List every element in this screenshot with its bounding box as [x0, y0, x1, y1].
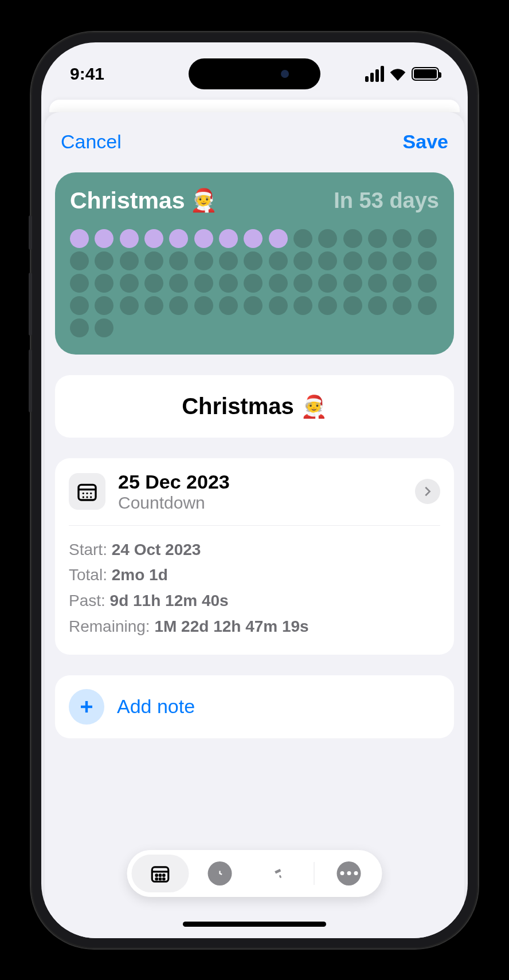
- progress-dot: [293, 251, 312, 270]
- svg-point-2: [83, 493, 84, 494]
- progress-dot: [95, 229, 113, 248]
- add-note-button[interactable]: Add note: [55, 675, 454, 738]
- svg-point-16: [159, 878, 161, 880]
- progress-dot: [144, 229, 163, 248]
- progress-dot: [269, 296, 288, 315]
- svg-point-5: [83, 496, 84, 498]
- svg-point-4: [90, 493, 92, 494]
- cellular-icon: [365, 66, 384, 82]
- progress-dot: [393, 251, 412, 270]
- progress-dot: [393, 229, 412, 248]
- progress-dot: [70, 274, 89, 293]
- progress-dot: [269, 229, 288, 248]
- progress-dot: [368, 251, 387, 270]
- progress-dot: [293, 229, 312, 248]
- progress-dot: [144, 251, 163, 270]
- tab-style[interactable]: [251, 855, 308, 892]
- progress-dot: [70, 318, 89, 337]
- progress-dot: [393, 274, 412, 293]
- progress-dot: [70, 229, 89, 248]
- progress-dot: [194, 229, 213, 248]
- progress-dot: [194, 296, 213, 315]
- event-title-field[interactable]: Christmas 🧑‍🎄: [55, 375, 454, 438]
- progress-dot: [293, 274, 312, 293]
- progress-dot: [269, 251, 288, 270]
- date-settings-card: 25 Dec 2023 Countdown Start: 24 Oct 2023…: [55, 458, 454, 655]
- progress-dot: [318, 251, 337, 270]
- svg-point-3: [86, 493, 88, 494]
- paint-roller-icon: [268, 861, 292, 885]
- progress-dot: [318, 229, 337, 248]
- progress-dot: [120, 296, 139, 315]
- svg-point-13: [159, 874, 161, 876]
- progress-dot: [219, 274, 238, 293]
- tab-more[interactable]: [320, 855, 378, 892]
- plus-icon: [69, 689, 104, 725]
- progress-dot: [169, 274, 188, 293]
- santa-emoji-icon: 🧑‍🎄: [190, 187, 218, 214]
- widget-countdown-text: In 53 days: [334, 188, 439, 213]
- progress-dot: [293, 296, 312, 315]
- background-sheet-peek: [49, 100, 460, 112]
- progress-dot: [95, 274, 113, 293]
- progress-dot: [120, 251, 139, 270]
- progress-dot: [95, 318, 113, 337]
- home-indicator[interactable]: [183, 922, 326, 927]
- cancel-button[interactable]: Cancel: [61, 131, 122, 153]
- tab-time[interactable]: [191, 855, 249, 892]
- editor-tab-bar: [127, 850, 382, 897]
- progress-dot: [368, 274, 387, 293]
- widget-title: Christmas 🧑‍🎄: [70, 187, 218, 214]
- progress-dot: [244, 274, 263, 293]
- progress-dot: [393, 296, 412, 315]
- calendar-icon: [69, 473, 105, 510]
- progress-dot: [368, 296, 387, 315]
- progress-dot: [194, 274, 213, 293]
- santa-emoji-icon: 🧑‍🎄: [300, 395, 327, 419]
- progress-dot: [269, 274, 288, 293]
- save-button[interactable]: Save: [403, 131, 448, 153]
- progress-dot: [343, 296, 362, 315]
- progress-dot: [70, 251, 89, 270]
- progress-dot: [244, 229, 263, 248]
- chevron-right-icon: [415, 479, 440, 504]
- progress-dot: [343, 251, 362, 270]
- countdown-widget-preview: Christmas 🧑‍🎄 In 53 days: [55, 172, 454, 355]
- progress-dot: [70, 296, 89, 315]
- progress-dot: [318, 296, 337, 315]
- svg-point-7: [90, 496, 92, 498]
- progress-dot: [244, 251, 263, 270]
- svg-point-14: [163, 874, 165, 876]
- clock-icon: [208, 861, 232, 885]
- progress-dots: [70, 229, 439, 337]
- more-icon: [337, 861, 361, 885]
- countdown-stats: Start: 24 Oct 2023 Total: 2mo 1d Past: 9…: [55, 526, 454, 655]
- modal-sheet: Cancel Save Christmas 🧑‍🎄 In 53 days: [45, 112, 464, 938]
- progress-dot: [418, 251, 437, 270]
- svg-point-17: [163, 878, 165, 880]
- tab-date[interactable]: [132, 855, 189, 892]
- svg-point-15: [156, 878, 158, 880]
- progress-dot: [418, 274, 437, 293]
- progress-dot: [418, 296, 437, 315]
- progress-dot: [219, 251, 238, 270]
- progress-dot: [219, 296, 238, 315]
- progress-dot: [219, 229, 238, 248]
- progress-dot: [368, 229, 387, 248]
- progress-dot: [194, 251, 213, 270]
- progress-dot: [120, 274, 139, 293]
- progress-dot: [169, 251, 188, 270]
- progress-dot: [318, 274, 337, 293]
- date-row[interactable]: 25 Dec 2023 Countdown: [55, 458, 454, 525]
- progress-dot: [95, 296, 113, 315]
- progress-dot: [244, 296, 263, 315]
- progress-dot: [95, 251, 113, 270]
- svg-point-6: [86, 496, 88, 498]
- add-note-label: Add note: [117, 695, 195, 718]
- dynamic-island: [189, 58, 320, 89]
- progress-dot: [169, 296, 188, 315]
- progress-dot: [343, 274, 362, 293]
- progress-dot: [343, 229, 362, 248]
- battery-icon: [412, 67, 439, 81]
- progress-dot: [144, 274, 163, 293]
